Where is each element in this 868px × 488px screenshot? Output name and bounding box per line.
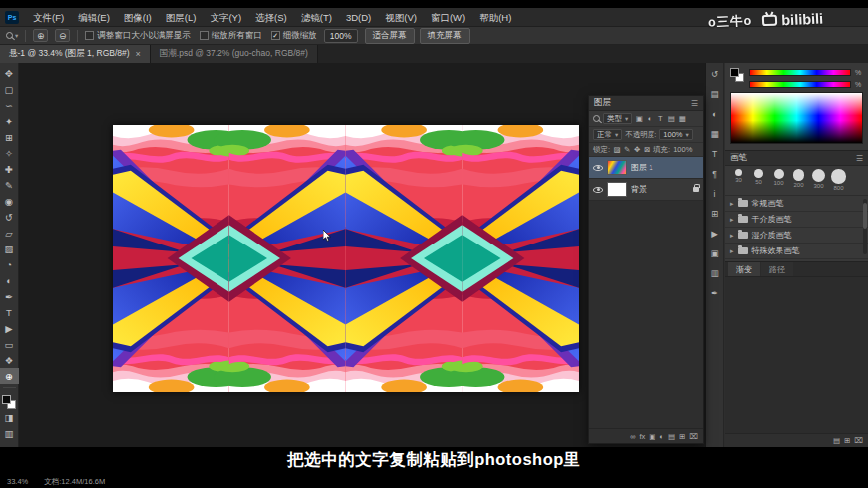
lock-all-icon[interactable]: ⊠	[643, 145, 651, 154]
menu-item-file[interactable]: 文件(F)	[26, 8, 71, 27]
fill-value[interactable]: 100%	[673, 145, 692, 154]
menu-item-image[interactable]: 图像(I)	[117, 8, 159, 27]
path-selection-tool[interactable]: ▶	[0, 320, 19, 336]
tab-gradients[interactable]: 渐变	[728, 262, 760, 276]
quick-mask-button[interactable]: ◨	[0, 409, 19, 425]
foreground-color-swatch[interactable]	[2, 395, 11, 404]
saturation-slider[interactable]	[749, 81, 851, 88]
checkbox-resize-windows-to-fit[interactable]	[85, 31, 94, 40]
crop-tool[interactable]: ⊞	[0, 129, 19, 145]
brush-folder-special-effects-brushes[interactable]: ▸特殊效果画笔	[725, 244, 868, 259]
brush-preset-3[interactable]: 200	[790, 169, 807, 188]
menu-item-layer[interactable]: 图层(L)	[159, 8, 204, 27]
menu-item-filter[interactable]: 滤镜(T)	[294, 8, 339, 27]
marquee-tool[interactable]: ▢	[0, 81, 19, 97]
menu-item-3d[interactable]: 3D(D)	[339, 8, 378, 27]
brush-preset-5[interactable]: 800	[830, 169, 847, 191]
menu-item-edit[interactable]: 编辑(E)	[71, 8, 117, 27]
menu-item-help[interactable]: 帮助(H)	[472, 8, 518, 27]
menu-item-select[interactable]: 选择(S)	[248, 8, 294, 27]
zoom-tool[interactable]: ⊕	[0, 368, 19, 384]
filter-pixel-layers-icon[interactable]: ▣	[635, 114, 643, 123]
brush-preset-2[interactable]: 100	[770, 169, 787, 186]
new-group-icon[interactable]: ▤	[668, 432, 675, 441]
lock-pixels-icon[interactable]: ✎	[623, 145, 631, 154]
channels-panel-icon[interactable]: ▥	[707, 267, 723, 279]
character-panel-icon[interactable]: T	[707, 148, 723, 160]
panel-menu-icon[interactable]: ☰	[856, 154, 863, 163]
button-fill-screen[interactable]: 填充屏幕	[420, 28, 470, 44]
dodge-tool[interactable]: ◐	[0, 272, 19, 288]
layers-panel-title[interactable]: 图层	[594, 97, 611, 109]
layer-row-layer-1[interactable]: 图层 1	[589, 157, 703, 179]
filter-type-layers-icon[interactable]: T	[656, 114, 664, 123]
menu-item-type[interactable]: 文字(Y)	[203, 8, 248, 27]
layer-name[interactable]: 背景	[631, 184, 689, 195]
tab-paths[interactable]: 路径	[761, 262, 793, 276]
clone-stamp-tool[interactable]: ◉	[0, 193, 19, 209]
properties-panel-icon[interactable]: ▤	[707, 88, 723, 100]
history-panel-icon[interactable]: ↺	[707, 68, 723, 80]
brush-preset-4[interactable]: 300	[810, 169, 827, 189]
delete-item-icon[interactable]: ⌧	[854, 436, 863, 445]
quick-selection-tool[interactable]: ✦	[0, 113, 19, 129]
eyedropper-tool[interactable]: ✧	[0, 145, 19, 161]
visibility-eye-icon[interactable]	[593, 187, 603, 193]
new-group-icon[interactable]: ▤	[833, 436, 840, 445]
styles-panel-icon[interactable]: ▣	[707, 247, 723, 259]
color-field[interactable]	[730, 92, 863, 144]
hue-slider[interactable]	[749, 69, 851, 76]
brushes-panel-title[interactable]: 画笔	[730, 152, 747, 164]
gradient-tool[interactable]: ▨	[0, 241, 19, 256]
history-brush-tool[interactable]: ↺	[0, 209, 19, 225]
menu-item-view[interactable]: 视图(V)	[378, 8, 424, 27]
link-layers-icon[interactable]: ∞	[630, 432, 635, 441]
navigator-panel-icon[interactable]: ⊞	[707, 208, 723, 220]
color-panel-swatches[interactable]	[730, 68, 744, 82]
new-layer-icon[interactable]: ⊞	[679, 432, 685, 441]
adjustment-layer-icon[interactable]: ◐	[659, 432, 664, 441]
zoom-value-field[interactable]: 100%	[324, 29, 358, 43]
tool-preset-dropdown[interactable]: ▾	[6, 32, 18, 40]
filter-shape-layers-icon[interactable]: ▤	[667, 114, 675, 123]
actions-panel-icon[interactable]: ▶	[707, 228, 723, 240]
delete-layer-icon[interactable]: ⌧	[689, 432, 698, 441]
brush-folder-dry-media-brushes[interactable]: ▸干介质画笔	[725, 212, 868, 228]
document-tab-2[interactable]: 国潮.psd @ 37.2% (guo-chao, RGB/8#)	[151, 45, 318, 63]
option-zoom-all-windows[interactable]: 缩放所有窗口	[200, 30, 262, 42]
move-tool[interactable]: ✥	[0, 65, 19, 81]
checkbox-zoom-all-windows[interactable]	[200, 31, 209, 40]
foreground-color-swatch[interactable]	[730, 68, 739, 77]
brush-preset-0[interactable]: 30	[730, 169, 747, 183]
layer-thumbnail[interactable]	[607, 182, 627, 197]
info-panel-icon[interactable]: i	[707, 188, 723, 200]
brush-folder-general-brushes[interactable]: ▸常规画笔	[725, 196, 868, 212]
foreground-background-swatches[interactable]	[2, 395, 16, 409]
opacity-dropdown[interactable]: 100% ▾	[659, 129, 692, 140]
eraser-tool[interactable]: ▱	[0, 225, 19, 241]
lasso-tool[interactable]: ∽	[0, 97, 19, 113]
hand-tool[interactable]: ❖	[0, 352, 19, 368]
new-item-icon[interactable]: ⊞	[844, 436, 850, 445]
blend-mode-dropdown[interactable]: 正常 ▾	[593, 129, 622, 140]
healing-brush-tool[interactable]: ✚	[0, 161, 19, 177]
paths-panel-icon[interactable]: ✒	[707, 287, 723, 299]
zoom-out-button[interactable]: ⊖	[55, 29, 70, 42]
document-canvas[interactable]	[113, 125, 579, 392]
layer-thumbnail[interactable]	[607, 160, 627, 175]
add-mask-icon[interactable]: ▣	[649, 432, 655, 441]
brush-folder-wet-media-brushes[interactable]: ▸湿介质画笔	[725, 228, 868, 244]
adjustments-panel-icon[interactable]: ◐	[707, 108, 723, 120]
pen-tool[interactable]: ✒	[0, 288, 19, 304]
menu-item-window[interactable]: 窗口(W)	[424, 8, 472, 27]
status-zoom-level[interactable]: 33.4%	[7, 477, 28, 487]
layer-row-background[interactable]: 背景	[589, 179, 703, 201]
checkbox-scrubby-zoom[interactable]: ✓	[271, 31, 280, 40]
blur-tool[interactable]: ◔	[0, 256, 19, 272]
screen-mode-button[interactable]: ▥	[0, 425, 19, 441]
scrollbar[interactable]	[863, 199, 867, 254]
lock-transparency-icon[interactable]: ▨	[613, 145, 621, 154]
libraries-panel-icon[interactable]: ▦	[707, 128, 723, 140]
filter-type-dropdown[interactable]: 类型 ▾	[603, 113, 632, 124]
lock-position-icon[interactable]: ✥	[633, 145, 641, 154]
